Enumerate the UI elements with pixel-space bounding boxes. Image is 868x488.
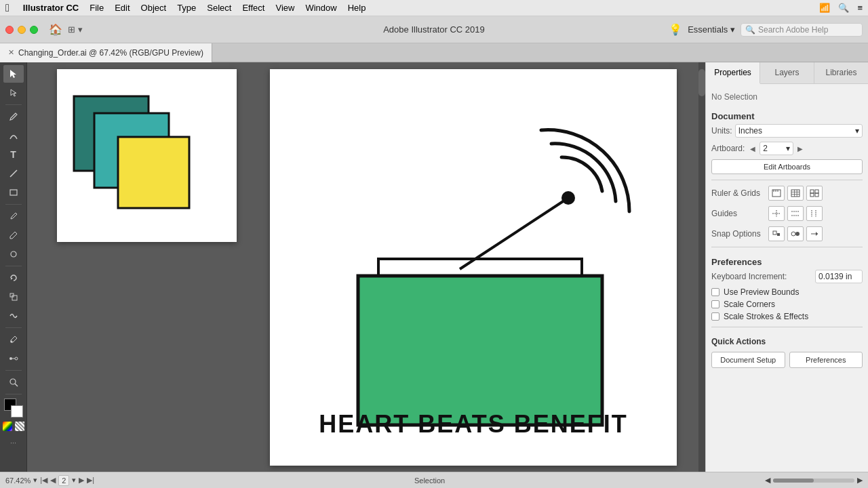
titlebar-right: 💡 Essentials ▾ 🔍 Search Adobe Help (669, 23, 863, 37)
rotate-tool[interactable] (3, 269, 24, 287)
canvas-area[interactable]: HEART BEATS BENEFIT (27, 62, 705, 472)
statusbar-first-btn[interactable]: |◀ (40, 476, 47, 485)
guides-btn-3[interactable] (806, 206, 823, 221)
scale-corners-checkbox[interactable] (711, 300, 719, 308)
menubar:  Illustrator CC File Edit Object Type S… (0, 0, 868, 16)
app-title: Adobe Illustrator CC 2019 (383, 24, 485, 35)
object-menu[interactable]: Object (141, 3, 167, 13)
scale-strokes-checkbox[interactable] (711, 312, 719, 321)
workspace-label[interactable]: Essentials ▾ (688, 24, 735, 35)
rectangle-tool[interactable] (3, 184, 24, 201)
statusbar-prev-artboard-icon[interactable]: ◀ (765, 476, 770, 485)
use-preview-bounds-checkbox[interactable] (711, 288, 719, 296)
statusbar-artboard-dropdown[interactable]: ▾ (72, 476, 76, 485)
apple-menu[interactable]:  (5, 2, 9, 14)
snap-btn-1[interactable] (768, 226, 785, 241)
scale-corners-label: Scale Corners (724, 300, 775, 309)
statusbar-next-btn[interactable]: ▶ (79, 476, 84, 485)
tab-layers[interactable]: Layers (760, 62, 814, 83)
keyboard-increment-input[interactable] (815, 270, 863, 283)
svg-point-2 (11, 251, 16, 257)
selection-tool[interactable] (3, 65, 24, 83)
type-tool[interactable]: T (3, 146, 24, 163)
view-menu[interactable]: View (275, 3, 294, 13)
stroke-swatch[interactable] (11, 405, 23, 418)
artboard-1-canvas (57, 69, 237, 242)
guides-btn-1[interactable] (768, 206, 785, 221)
paintbrush-tool[interactable] (3, 207, 24, 225)
statusbar-right: ◀ ▶ (765, 476, 863, 485)
snap-btn-3[interactable] (806, 226, 823, 241)
gradient-icon[interactable] (3, 422, 12, 431)
search-icon-menu[interactable]: 🔍 (838, 3, 849, 13)
line-tool[interactable] (3, 165, 24, 182)
document-tab[interactable]: ✕ Changing_Order.ai @ 67.42% (RGB/GPU Pr… (0, 43, 212, 62)
panel-tabs: Properties Layers Libraries (706, 62, 868, 84)
home-icon[interactable]: 🏠 (49, 23, 62, 36)
tab-close-icon[interactable]: ✕ (8, 48, 14, 57)
window-menu[interactable]: Window (305, 3, 336, 13)
statusbar-zoom-display: 67.42% (5, 476, 31, 485)
svg-rect-23 (791, 190, 800, 197)
blend-tool[interactable] (3, 350, 24, 367)
pen-tool[interactable] (3, 108, 24, 125)
tool-separator-2 (5, 204, 22, 205)
pencil-tool[interactable] (3, 226, 24, 244)
select-menu[interactable]: Select (207, 3, 231, 13)
snap-icons (768, 226, 823, 241)
grid-icon-btn[interactable] (787, 186, 804, 201)
blob-brush-tool[interactable] (3, 245, 24, 263)
scale-tool[interactable] (3, 288, 24, 306)
artboard-next[interactable]: ▶ (795, 143, 806, 154)
svg-point-6 (10, 341, 12, 343)
direct-selection-tool[interactable] (3, 84, 24, 102)
effect-menu[interactable]: Effect (242, 3, 264, 13)
guides-btn-2[interactable] (787, 206, 804, 221)
help-menu[interactable]: Help (348, 3, 366, 13)
scrollbar-thumb[interactable] (698, 69, 705, 96)
workspace-switcher-icon[interactable]: ⊞ ▾ (68, 24, 83, 35)
document-setup-button[interactable]: Document Setup (711, 352, 785, 368)
tool-separator-1 (5, 104, 22, 105)
artboard-prev[interactable]: ◀ (747, 143, 758, 154)
statusbar-prev-btn[interactable]: ◀ (50, 476, 56, 485)
artboard-select[interactable]: 2 ▾ (760, 142, 793, 155)
fill-stroke-swatches[interactable] (4, 399, 23, 418)
ruler-icon-btn[interactable] (768, 186, 785, 201)
more-tools[interactable]: ··· (3, 434, 24, 451)
curvature-tool[interactable] (3, 127, 24, 144)
statusbar-zoom-dropdown[interactable]: ▾ (33, 476, 37, 485)
artboard-label: Artboard: (711, 144, 745, 153)
file-menu[interactable]: File (90, 3, 104, 13)
statusbar-artboard-input[interactable]: 2 (58, 475, 69, 486)
snap-options-label: Snap Options (711, 229, 766, 239)
none-icon[interactable] (15, 422, 24, 431)
tab-libraries[interactable]: Libraries (814, 62, 868, 83)
statusbar: 67.42% ▾ |◀ ◀ 2 ▾ ▶ ▶| Selection ◀ ▶ (0, 472, 868, 488)
search-placeholder: Search Adobe Help (758, 25, 828, 35)
type-menu[interactable]: Type (177, 3, 196, 13)
pixel-grid-icon-btn[interactable] (806, 186, 823, 201)
keyboard-increment-row: Keyboard Increment: (711, 270, 863, 283)
search-bar[interactable]: 🔍 Search Adobe Help (741, 23, 863, 37)
edit-menu[interactable]: Edit (115, 3, 130, 13)
tab-properties[interactable]: Properties (706, 62, 760, 84)
panel-no-selection: No Selection (711, 89, 863, 107)
minimize-button[interactable] (18, 26, 26, 34)
close-button[interactable] (5, 26, 14, 34)
statusbar-progress (773, 479, 854, 483)
snap-btn-2[interactable] (787, 226, 804, 241)
zoom-tool[interactable] (3, 373, 24, 391)
preferences-button[interactable]: Preferences (789, 352, 863, 368)
maximize-button[interactable] (30, 26, 38, 34)
statusbar-last-btn[interactable]: ▶| (87, 476, 94, 485)
units-select[interactable]: Inches ▾ (735, 124, 863, 138)
guides-row: Guides (711, 206, 863, 221)
statusbar-next-artboard-icon[interactable]: ▶ (857, 476, 863, 485)
eyedropper-tool[interactable] (3, 331, 24, 348)
warp-tool[interactable] (3, 307, 24, 325)
canvas-scrollbar-vertical[interactable] (698, 62, 705, 472)
heart-beats-title: HEART BEATS BENEFIT (319, 410, 627, 439)
edit-artboards-button[interactable]: Edit Artboards (711, 159, 863, 174)
app-name-menu[interactable]: Illustrator CC (23, 3, 79, 13)
